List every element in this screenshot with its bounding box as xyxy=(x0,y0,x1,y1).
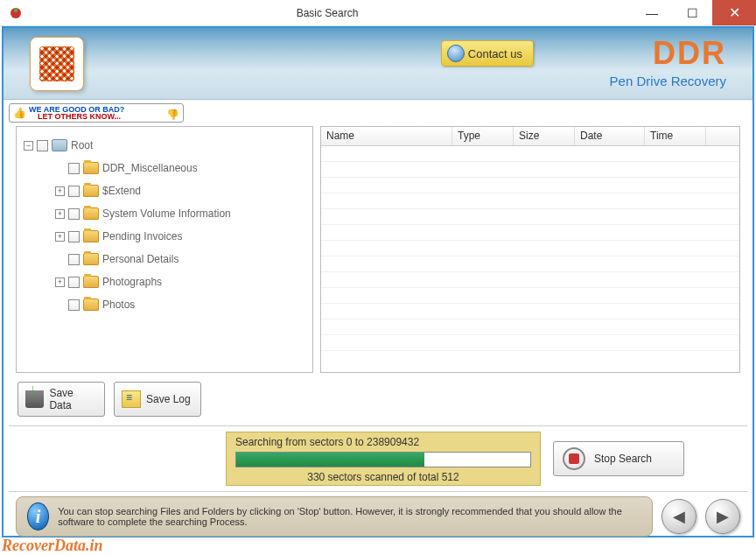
folder-icon xyxy=(83,230,99,242)
folder-icon xyxy=(83,162,99,174)
tree-item[interactable]: +System Volume Information xyxy=(20,202,309,225)
tree-checkbox[interactable] xyxy=(68,186,80,197)
folder-icon xyxy=(83,299,99,311)
tree-item[interactable]: DDR_Miscellaneous xyxy=(20,157,309,179)
tree-item-label: Photos xyxy=(102,299,135,311)
col-size[interactable]: Size xyxy=(514,127,575,145)
progress-bar-fill xyxy=(236,453,424,467)
list-header: Name Type Size Date Time xyxy=(321,127,739,146)
window-title: Basic Search xyxy=(23,7,632,19)
folder-tree[interactable]: − Root DDR_Miscellaneous+$Extend+System … xyxy=(16,126,313,373)
expand-icon[interactable]: + xyxy=(55,186,65,196)
col-time[interactable]: Time xyxy=(645,127,706,145)
folder-icon xyxy=(83,276,99,288)
progress-searching-text: Searching from sectors 0 to 238909432 xyxy=(235,436,531,448)
save-data-button[interactable]: Save Data xyxy=(18,382,105,417)
tree-item-label: DDR_Miscellaneous xyxy=(102,162,198,174)
header-banner: Contact us DDR Pen Drive Recovery xyxy=(4,28,752,100)
app-icon xyxy=(9,6,23,20)
progress-bar xyxy=(235,452,531,467)
progress-status-text: 330 sectors scanned of total 512 xyxy=(235,471,531,483)
tree-item-label: $Extend xyxy=(102,185,141,197)
footer-brand: RecoverData.in xyxy=(2,537,102,555)
list-body xyxy=(321,146,739,372)
contact-us-button[interactable]: Contact us xyxy=(441,40,534,67)
svg-point-1 xyxy=(14,9,18,12)
save-data-icon xyxy=(25,390,44,408)
folder-icon xyxy=(83,207,99,220)
tree-item-label: Photographs xyxy=(102,276,162,288)
thumbs-down-icon: 👍 xyxy=(166,109,179,121)
save-log-label: Save Log xyxy=(146,393,191,405)
tree-checkbox[interactable] xyxy=(68,277,80,288)
save-log-button[interactable]: Save Log xyxy=(114,382,201,417)
collapse-icon[interactable]: − xyxy=(24,141,33,151)
tree-checkbox[interactable] xyxy=(68,208,80,220)
tree-item-label: Pending Invoices xyxy=(102,230,182,242)
col-name[interactable]: Name xyxy=(321,127,452,145)
stop-label: Stop Search xyxy=(594,453,652,465)
save-log-icon xyxy=(122,390,141,408)
brand-ddr: DDR xyxy=(653,35,726,72)
minimize-button[interactable]: — xyxy=(632,0,672,25)
tree-item[interactable]: Photos xyxy=(20,293,309,316)
tree-item[interactable]: +$Extend xyxy=(20,179,309,202)
file-list[interactable]: Name Type Size Date Time xyxy=(320,126,740,373)
feedback-banner[interactable]: 👍 WE ARE GOOD OR BAD? LET OTHERS KNOW...… xyxy=(9,103,184,123)
col-type[interactable]: Type xyxy=(452,127,514,145)
brand-subtitle: Pen Drive Recovery xyxy=(610,74,726,88)
app-logo xyxy=(30,37,84,91)
progress-panel: Searching from sectors 0 to 238909432 33… xyxy=(226,432,541,486)
tree-item[interactable]: +Photographs xyxy=(20,270,309,293)
next-button[interactable]: ▶ xyxy=(705,499,740,534)
prev-button[interactable]: ◀ xyxy=(662,499,696,534)
expand-icon[interactable]: + xyxy=(55,209,65,219)
stop-search-button[interactable]: Stop Search xyxy=(553,441,684,476)
tree-item[interactable]: +Pending Invoices xyxy=(20,225,309,248)
titlebar: Basic Search — ☐ ✕ xyxy=(0,0,756,26)
tree-item-label: Personal Details xyxy=(102,253,178,265)
root-label: Root xyxy=(71,139,93,151)
stop-icon xyxy=(563,447,585,470)
contact-avatar-icon xyxy=(447,45,465,62)
save-data-label: Save Data xyxy=(49,387,97,411)
tree-checkbox[interactable] xyxy=(68,163,80,174)
tree-item[interactable]: Personal Details xyxy=(20,248,309,270)
info-icon: i xyxy=(27,502,49,530)
info-message: i You can stop searching Files and Folde… xyxy=(16,496,653,537)
info-text: You can stop searching Files and Folders… xyxy=(58,506,641,527)
contact-label: Contact us xyxy=(468,47,522,60)
tree-item-label: System Volume Information xyxy=(102,207,231,220)
tree-checkbox[interactable] xyxy=(37,140,48,151)
tree-root[interactable]: − Root xyxy=(20,134,309,157)
maximize-button[interactable]: ☐ xyxy=(672,0,712,25)
folder-icon xyxy=(83,253,99,265)
col-spacer xyxy=(706,127,739,145)
thumbs-up-icon: 👍 xyxy=(13,107,26,119)
col-date[interactable]: Date xyxy=(575,127,645,145)
tree-checkbox[interactable] xyxy=(68,254,80,265)
computer-icon xyxy=(52,139,67,151)
banner-line2: LET OTHERS KNOW... xyxy=(38,112,121,121)
close-button[interactable]: ✕ xyxy=(712,0,756,25)
expand-icon[interactable]: + xyxy=(55,232,65,242)
tree-checkbox[interactable] xyxy=(68,299,80,311)
expand-icon[interactable]: + xyxy=(55,278,65,287)
tree-checkbox[interactable] xyxy=(68,231,80,242)
folder-icon xyxy=(83,185,99,197)
